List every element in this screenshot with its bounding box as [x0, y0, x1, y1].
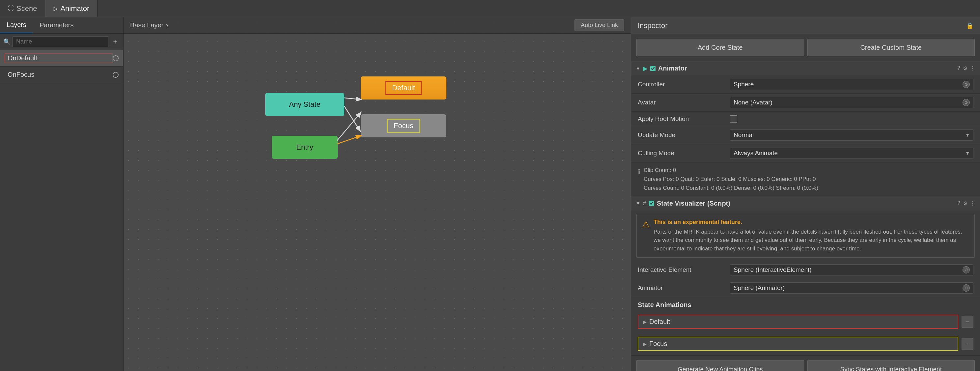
tab-scene[interactable]: ⛶ Scene [0, 0, 45, 17]
search-input[interactable] [13, 36, 108, 47]
node-focus[interactable]: Focus [361, 114, 446, 137]
info-icon: ℹ [638, 166, 640, 177]
bottom-buttons: Generate New Animation Clips Sync States… [631, 355, 980, 371]
state-remove-focus[interactable]: − [962, 338, 974, 350]
animator-enabled-checkbox[interactable] [650, 66, 655, 71]
warning-box: ⚠ This is an experimental feature. Parts… [636, 214, 975, 258]
state-visualizer-section-name: State Visualizer (Script) [657, 200, 955, 207]
node-focus-inner: Focus [387, 119, 420, 133]
state-visualizer-header: ▼ # State Visualizer (Script) ? ⚙ ⋮ [631, 196, 980, 210]
main-layout: Layers Parameters 🔍 + OnDefault OnFocus … [0, 17, 980, 371]
state-visualizer-section: ▼ # State Visualizer (Script) ? ⚙ ⋮ ⚠ Th… [631, 196, 980, 355]
help-icon[interactable]: ? [957, 65, 960, 72]
breadcrumb-label: Base Layer [130, 21, 163, 29]
warning-icon: ⚠ [642, 220, 650, 230]
create-custom-state-button[interactable]: Create Custom State [807, 39, 975, 56]
animator-toggle[interactable]: ▼ [636, 66, 640, 71]
state-animations-header: State Animations [631, 297, 980, 311]
prop-interactive-element: Interactive Element Sphere (InteractiveE… [631, 261, 980, 279]
culling-mode-select[interactable]: Always Animate ▼ [730, 148, 974, 159]
state-label-default[interactable]: ▶ Default [638, 315, 958, 329]
controller-value[interactable]: Sphere ⊙ [730, 79, 974, 90]
canvas-area[interactable]: Base Layer › Auto Live Link [124, 17, 631, 371]
controller-value-text: Sphere [733, 81, 754, 88]
left-tabs: Layers Parameters [0, 17, 123, 33]
update-mode-label: Update Mode [638, 131, 730, 139]
animator-info-text: Clip Count: 0 Curves Pos: 0 Quat: 0 Eule… [644, 166, 818, 193]
animator-section-name: Animator [658, 65, 955, 72]
sv-overflow-icon[interactable]: ⋮ [970, 200, 975, 207]
scene-icon: ⛶ [8, 5, 14, 12]
node-anystate[interactable]: Any State [265, 93, 344, 116]
prop-update-mode: Update Mode Normal ▼ [631, 126, 980, 144]
add-layer-button[interactable]: + [110, 37, 120, 47]
avatar-value[interactable]: None (Avatar) ⊙ [730, 97, 974, 108]
left-panel: Layers Parameters 🔍 + OnDefault OnFocus [0, 17, 124, 371]
state-remove-default[interactable]: − [962, 316, 974, 328]
search-icon: 🔍 [3, 38, 11, 45]
animator-ref-value[interactable]: Sphere (Animator) ⊙ [730, 282, 974, 294]
update-mode-value: Normal [733, 131, 754, 139]
layer-item-onfocus[interactable]: OnFocus [0, 67, 123, 83]
interactive-element-value[interactable]: Sphere (InteractiveElement) ⊙ [730, 264, 974, 275]
warning-content: This is an experimental feature. Parts o… [654, 219, 969, 253]
animator-ref-picker[interactable]: ⊙ [963, 284, 970, 291]
add-core-state-button[interactable]: Add Core State [636, 39, 804, 56]
avatar-label: Avatar [638, 99, 730, 106]
prop-apply-root-motion: Apply Root Motion [631, 112, 980, 126]
lock-icon: 🔒 [966, 22, 974, 29]
state-triangle-focus: ▶ [643, 341, 647, 347]
node-default[interactable]: Default [361, 76, 446, 100]
auto-live-link-button[interactable]: Auto Live Link [574, 19, 624, 31]
tab-layers[interactable]: Layers [0, 17, 33, 33]
apply-root-motion-label: Apply Root Motion [638, 115, 730, 123]
node-anystate-label: Any State [289, 100, 320, 109]
inspector-title: Inspector [638, 21, 963, 30]
inspector-icons: 🔒 [966, 22, 974, 29]
sync-states-button[interactable]: Sync States with Interactive Element [807, 360, 975, 371]
state-visualizer-icons: ? ⚙ ⋮ [957, 200, 975, 207]
controller-picker[interactable]: ⊙ [963, 81, 970, 88]
svg-line-2 [337, 113, 361, 141]
generate-animation-clips-button[interactable]: Generate New Animation Clips [636, 360, 804, 371]
state-item-default: ▶ Default − [631, 311, 980, 333]
update-mode-arrow: ▼ [965, 132, 970, 138]
prop-controller: Controller Sphere ⊙ [631, 75, 980, 94]
action-buttons: Add Core State Create Custom State [631, 34, 980, 61]
interactive-element-value-text: Sphere (InteractiveElement) [733, 266, 812, 274]
breadcrumb-chevron: › [166, 21, 168, 29]
avatar-picker[interactable]: ⊙ [963, 99, 970, 106]
state-visualizer-toggle[interactable]: ▼ [636, 201, 640, 206]
tab-layers-label: Layers [6, 21, 26, 29]
state-name-default: Default [649, 318, 670, 326]
state-visualizer-enabled-checkbox[interactable] [649, 201, 654, 206]
warning-title: This is an experimental feature. [654, 219, 969, 226]
animator-icon: ▷ [53, 5, 58, 12]
update-mode-select[interactable]: Normal ▼ [730, 129, 974, 141]
layer-circle-onfocus [113, 72, 119, 78]
breadcrumb: Base Layer › [130, 21, 168, 29]
interactive-element-picker[interactable]: ⊙ [963, 266, 970, 274]
sv-help-icon[interactable]: ? [957, 200, 960, 207]
search-row: 🔍 + [0, 33, 123, 50]
animator-section-header: ▼ ▶ Animator ? ⚙ ⋮ [631, 61, 980, 75]
node-default-inner: Default [385, 81, 422, 95]
layer-item-ondefault[interactable]: OnDefault [0, 50, 123, 67]
tab-animator[interactable]: ▷ Animator [45, 0, 97, 17]
state-label-focus[interactable]: ▶ Focus [638, 337, 958, 351]
apply-root-motion-checkbox[interactable] [730, 115, 737, 123]
sv-settings-icon[interactable]: ⚙ [963, 200, 967, 207]
prop-animator-ref: Animator Sphere (Animator) ⊙ [631, 279, 980, 297]
tab-scene-label: Scene [16, 4, 37, 13]
hash-icon: # [643, 200, 646, 207]
settings-icon[interactable]: ⚙ [963, 65, 967, 72]
inspector-panel: Inspector 🔒 Add Core State Create Custom… [631, 17, 980, 371]
node-entry[interactable]: Entry [272, 136, 338, 159]
overflow-icon[interactable]: ⋮ [970, 65, 975, 72]
tab-parameters[interactable]: Parameters [33, 17, 80, 33]
state-item-focus: ▶ Focus − [631, 333, 980, 355]
culling-mode-value: Always Animate [733, 150, 778, 157]
interactive-element-label: Interactive Element [638, 266, 730, 274]
tab-animator-label: Animator [60, 4, 89, 13]
layer-name-onfocus: OnFocus [5, 70, 113, 80]
